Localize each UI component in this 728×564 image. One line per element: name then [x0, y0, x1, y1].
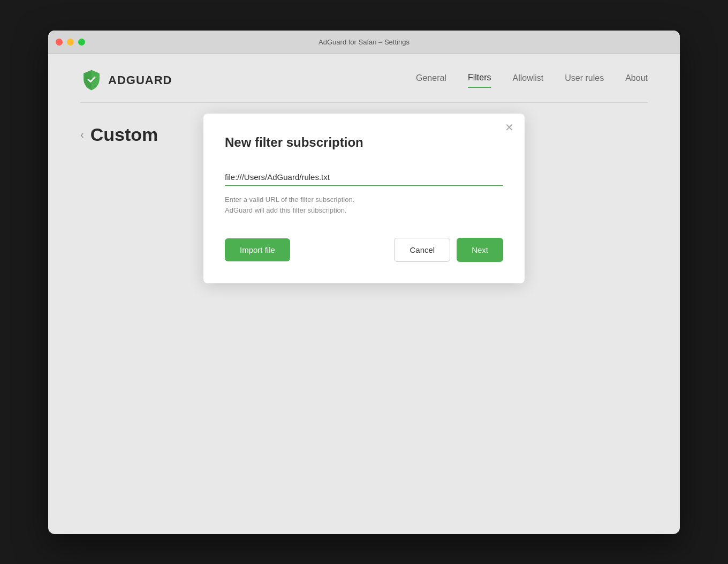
- url-input-wrap: [225, 169, 503, 186]
- close-button[interactable]: [56, 39, 63, 46]
- modal-title: New filter subscription: [225, 135, 503, 150]
- next-button[interactable]: Next: [457, 238, 503, 262]
- window-controls: [56, 39, 85, 46]
- new-filter-modal: ✕ New filter subscription Enter a valid …: [203, 114, 525, 284]
- logo-text: ADGUARD: [108, 73, 172, 87]
- main-content: ADGUARD General Filters Allowlist User r…: [48, 54, 680, 534]
- nav-general[interactable]: General: [416, 73, 446, 87]
- url-input[interactable]: [225, 169, 503, 186]
- nav-user-rules[interactable]: User rules: [565, 73, 604, 87]
- titlebar: AdGuard for Safari – Settings: [48, 31, 680, 54]
- minimize-button[interactable]: [67, 39, 74, 46]
- hint-line2: AdGuard will add this filter subscriptio…: [225, 206, 347, 214]
- header: ADGUARD General Filters Allowlist User r…: [80, 54, 648, 103]
- app-window: AdGuard for Safari – Settings ADGUARD Ge…: [48, 31, 680, 534]
- nav-allowlist[interactable]: Allowlist: [512, 73, 543, 87]
- modal-close-button[interactable]: ✕: [505, 122, 514, 133]
- modal-overlay: ✕ New filter subscription Enter a valid …: [80, 103, 648, 534]
- input-hint: Enter a valid URL of the filter subscrip…: [225, 194, 503, 217]
- modal-actions: Import file Cancel Next: [225, 238, 503, 262]
- logo-area: ADGUARD: [80, 69, 416, 92]
- import-file-button[interactable]: Import file: [225, 238, 290, 261]
- nav-filters[interactable]: Filters: [468, 73, 491, 88]
- main-nav: General Filters Allowlist User rules Abo…: [416, 73, 648, 88]
- cancel-button[interactable]: Cancel: [394, 238, 450, 262]
- window-title: AdGuard for Safari – Settings: [318, 38, 410, 46]
- adguard-logo-icon: [80, 69, 103, 92]
- page-body: ‹ Custom ✕ New filter subscription Enter…: [80, 103, 648, 534]
- nav-about[interactable]: About: [625, 73, 648, 87]
- action-buttons-right: Cancel Next: [394, 238, 503, 262]
- maximize-button[interactable]: [78, 39, 85, 46]
- hint-line1: Enter a valid URL of the filter subscrip…: [225, 195, 354, 204]
